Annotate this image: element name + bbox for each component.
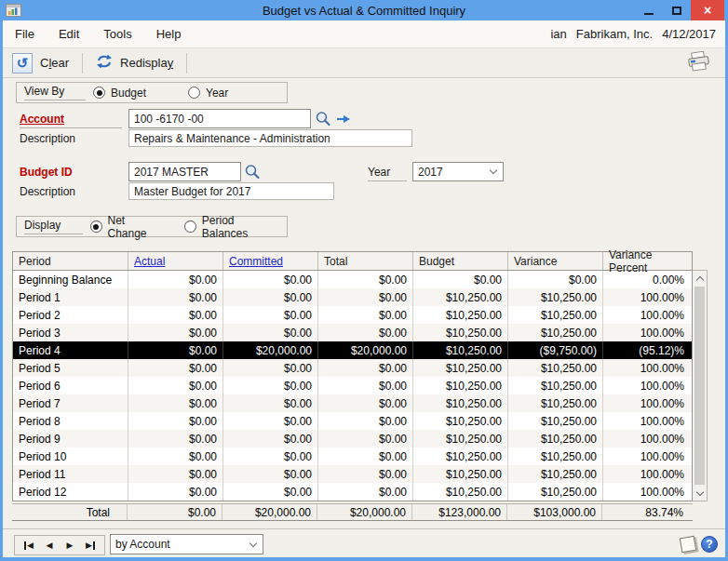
grid-row[interactable]: Period 2 $0.00 $0.00 $0.00 $10,250.00 $1… [13,306,692,324]
budget-description-label: Description [20,185,122,198]
column-actual-link[interactable]: Actual [128,252,223,270]
column-committed-link[interactable]: Committed [223,252,318,270]
year-combobox[interactable]: 2017 [412,162,504,181]
menu-tools[interactable]: Tools [91,27,143,41]
cell-budget: $10,250.00 [413,306,508,324]
cell-budget: $10,250.00 [413,341,508,359]
print-icon[interactable] [686,51,712,75]
display-group: Display Net Change Period Balances [16,216,288,237]
cell-period: Period 5 [13,359,128,377]
cell-actual: $0.00 [128,341,223,359]
inquiry-grid: Period Actual Committed Total Budget Var… [12,251,708,501]
window-title: Budget vs Actual & Committed Inquiry [0,4,728,18]
cell-variance-percent: (95.12)% [603,341,690,359]
help-icon[interactable]: ? [701,536,718,553]
nav-previous-button[interactable]: ◀ [40,537,59,554]
column-budget: Budget [413,252,508,270]
cell-variance-percent: 100.00% [603,324,690,341]
nav-last-button[interactable]: ▶ [81,537,100,554]
user-name: ian [550,27,566,41]
cell-total: $0.00 [318,447,413,465]
cell-total: $0.00 [318,465,413,483]
cell-variance: ($9,750.00) [508,341,603,359]
cell-actual: $0.00 [128,483,223,501]
menu-file[interactable]: File [3,27,47,41]
account-expand-arrow-icon[interactable] [334,110,353,128]
budget-lookup-icon[interactable] [243,163,262,181]
cell-budget: $10,250.00 [413,465,508,483]
grid-row[interactable]: Period 12 $0.00 $0.00 $0.00 $10,250.00 $… [13,483,692,501]
total-total: $20,000.00 [317,504,412,520]
cell-actual: $0.00 [128,306,223,324]
clear-button[interactable]: ↺ Clear [3,51,78,75]
sort-by-combobox[interactable]: by Account [110,534,263,554]
menu-edit[interactable]: Edit [47,27,91,41]
cell-variance-percent: 100.00% [603,447,690,465]
nav-next-button[interactable]: ▶ [61,537,79,554]
grid-row[interactable]: Period 7 $0.00 $0.00 $0.00 $10,250.00 $1… [13,394,692,412]
radio-selected-icon [90,220,101,233]
chevron-down-icon [490,167,497,174]
menu-help[interactable]: Help [144,27,194,41]
column-total: Total [318,252,413,270]
cell-total: $0.00 [318,430,413,447]
total-variance: $103,000.00 [507,504,602,520]
cell-period: Beginning Balance [13,271,128,288]
grid-row[interactable]: Beginning Balance $0.00 $0.00 $0.00 $0.0… [13,271,692,288]
nav-first-button[interactable]: ◀ [20,537,38,554]
scroll-down-icon[interactable] [693,486,707,501]
grid-row[interactable]: Period 8 $0.00 $0.00 $0.00 $10,250.00 $1… [13,412,692,430]
close-button[interactable]: × [691,0,724,20]
grid-row[interactable]: Period 9 $0.00 $0.00 $0.00 $10,250.00 $1… [13,430,692,447]
view-by-year-radio[interactable]: Year [188,87,228,100]
grid-row[interactable]: Period 1 $0.00 $0.00 $0.00 $10,250.00 $1… [13,288,692,306]
cell-variance: $10,250.00 [508,394,603,412]
cell-variance: $0.00 [508,271,603,288]
scroll-up-icon[interactable] [693,271,707,286]
account-label[interactable]: Account [20,113,122,128]
grid-row[interactable]: Period 5 $0.00 $0.00 $0.00 $10,250.00 $1… [13,359,692,377]
grid-row[interactable]: Period 11 $0.00 $0.00 $0.00 $10,250.00 $… [13,465,692,483]
cell-committed: $0.00 [223,359,318,377]
cell-variance-percent: 100.00% [603,359,690,377]
cell-total: $0.00 [318,271,413,288]
grid-row[interactable]: Period 3 $0.00 $0.00 $0.00 $10,250.00 $1… [13,324,692,341]
cell-variance: $10,250.00 [508,306,603,324]
account-input[interactable]: 100 -6170 -00 [128,109,311,128]
minimize-button[interactable] [635,0,663,20]
maximize-button[interactable] [663,0,691,20]
session-date[interactable]: 4/12/2017 [662,27,716,41]
display-net-change-radio[interactable]: Net Change [90,214,164,240]
account-lookup-icon[interactable] [314,110,332,128]
redisplay-button[interactable]: Redisplay [87,51,182,75]
cell-budget: $10,250.00 [413,288,508,306]
cell-variance-percent: 100.00% [603,430,690,447]
grid-total-row: Total $0.00 $20,000.00 $20,000.00 $123,0… [12,503,693,521]
cell-committed: $0.00 [223,412,318,430]
statusbar: ◀ ◀ ▶ ▶ by Account ? [3,528,725,557]
radio-unselected-icon [184,220,195,233]
grid-row[interactable]: Period 4 $0.00 $20,000.00 $20,000.00 $10… [13,341,692,359]
display-period-balances-radio[interactable]: Period Balances [184,214,279,240]
redisplay-label: Redisplay [120,56,173,70]
record-nav-group: ◀ ◀ ▶ ▶ [14,535,105,555]
cell-actual: $0.00 [128,288,223,306]
cell-variance-percent: 0.00% [603,271,690,288]
vertical-scrollbar[interactable] [693,270,708,501]
cell-variance-percent: 100.00% [603,377,690,394]
grid-row[interactable]: Period 6 $0.00 $0.00 $0.00 $10,250.00 $1… [13,377,692,394]
cell-total: $0.00 [318,394,413,412]
company-name[interactable]: Fabrikam, Inc. [576,27,653,41]
note-icon[interactable] [680,536,697,554]
cell-variance: $10,250.00 [508,483,603,501]
scrollbar-thumb[interactable] [694,287,705,485]
app-window: Budget vs Actual & Committed Inquiry × F… [0,0,728,561]
cell-actual: $0.00 [128,447,223,465]
cell-budget: $10,250.00 [413,483,508,501]
cell-budget: $10,250.00 [413,430,508,447]
budget-id-input[interactable]: 2017 MASTER [128,162,241,181]
cell-budget: $10,250.00 [413,412,508,430]
column-variance: Variance [508,252,603,270]
view-by-budget-radio[interactable]: Budget [93,87,146,100]
grid-row[interactable]: Period 10 $0.00 $0.00 $0.00 $10,250.00 $… [13,447,692,465]
